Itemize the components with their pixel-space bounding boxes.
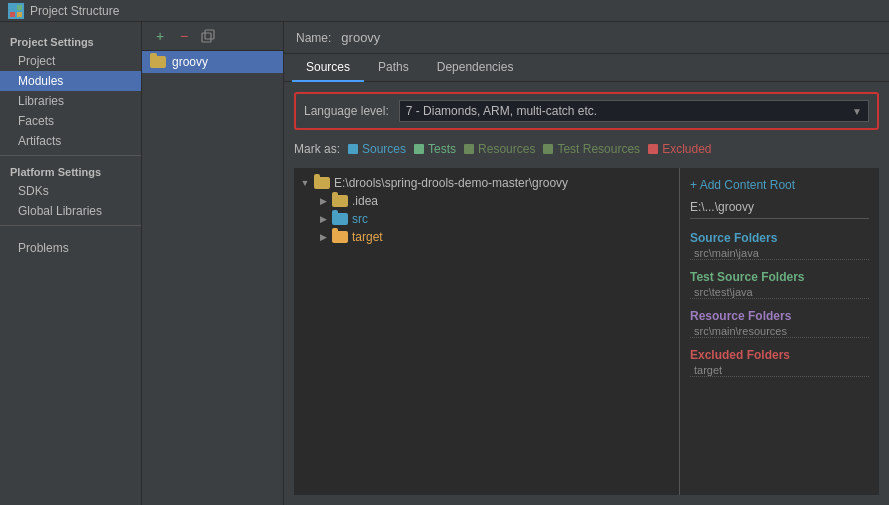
module-list: groovy bbox=[142, 51, 283, 505]
tree-children: .idea src target bbox=[294, 192, 679, 246]
language-level-select[interactable]: 7 - Diamonds, ARM, multi-catch etc. ▼ bbox=[399, 100, 869, 122]
title-bar: Project Structure bbox=[0, 0, 889, 22]
language-level-row: Language level: 7 - Diamonds, ARM, multi… bbox=[294, 92, 879, 130]
tree-node-target[interactable]: target bbox=[312, 228, 679, 246]
sidebar: Project Settings Project Modules Librari… bbox=[0, 22, 142, 266]
resource-folders-item-0: src\main\resources bbox=[690, 325, 869, 338]
resources-dot bbox=[464, 144, 474, 154]
module-name: groovy bbox=[172, 55, 208, 69]
sidebar-item-sdks[interactable]: SDKs bbox=[0, 181, 141, 201]
module-toolbar: + − bbox=[142, 22, 283, 51]
module-folder-icon bbox=[150, 56, 166, 68]
tab-sources[interactable]: Sources bbox=[292, 54, 364, 82]
tree-root-folder-icon bbox=[314, 177, 330, 189]
svg-rect-0 bbox=[10, 5, 15, 10]
test-resources-dot bbox=[543, 144, 553, 154]
project-settings-label: Project Settings bbox=[0, 30, 141, 51]
copy-module-button[interactable] bbox=[198, 26, 218, 46]
svg-rect-5 bbox=[202, 33, 211, 42]
tree-node-idea[interactable]: .idea bbox=[312, 192, 679, 210]
file-tree: E:\drools\spring-drools-demo-master\groo… bbox=[294, 168, 679, 495]
tests-dot bbox=[414, 144, 424, 154]
resource-folders-title: Resource Folders bbox=[690, 309, 869, 323]
tree-idea-folder-icon bbox=[332, 195, 348, 207]
tree-root-arrow bbox=[300, 178, 310, 188]
sidebar-divider bbox=[0, 155, 141, 156]
sidebar-item-project[interactable]: Project bbox=[0, 51, 141, 71]
name-row: Name: groovy bbox=[284, 22, 889, 54]
mark-resources-button[interactable]: Resources bbox=[464, 142, 535, 156]
app-icon bbox=[8, 3, 24, 19]
bottom-split: E:\drools\spring-drools-demo-master\groo… bbox=[294, 168, 879, 495]
select-arrow-icon: ▼ bbox=[852, 106, 862, 117]
main-container: Project Settings Project Modules Librari… bbox=[0, 22, 889, 505]
sidebar-item-facets[interactable]: Facets bbox=[0, 111, 141, 131]
tree-src-label: src bbox=[352, 212, 368, 226]
language-level-label: Language level: bbox=[304, 104, 389, 118]
tab-dependencies[interactable]: Dependencies bbox=[423, 54, 528, 82]
tree-target-arrow bbox=[318, 232, 328, 242]
mark-sources-button[interactable]: Sources bbox=[348, 142, 406, 156]
mark-as-label: Mark as: bbox=[294, 142, 340, 156]
remove-module-button[interactable]: − bbox=[174, 26, 194, 46]
source-folders-item-0: src\main\java bbox=[690, 247, 869, 260]
test-source-folders-section: Test Source Folders src\test\java bbox=[690, 270, 869, 299]
sidebar-item-artifacts[interactable]: Artifacts bbox=[0, 131, 141, 151]
add-module-button[interactable]: + bbox=[150, 26, 170, 46]
sidebar-item-libraries[interactable]: Libraries bbox=[0, 91, 141, 111]
svg-rect-3 bbox=[17, 12, 22, 17]
module-list-item[interactable]: groovy bbox=[142, 51, 283, 73]
content-area: Language level: 7 - Diamonds, ARM, multi… bbox=[284, 82, 889, 505]
tree-target-label: target bbox=[352, 230, 383, 244]
excluded-folders-item-0: target bbox=[690, 364, 869, 377]
tree-src-arrow bbox=[318, 214, 328, 224]
right-panel: Name: groovy Sources Paths Dependencies … bbox=[284, 22, 889, 505]
source-folders-section: Source Folders src\main\java bbox=[690, 231, 869, 260]
mark-test-resources-button[interactable]: Test Resources bbox=[543, 142, 640, 156]
sidebar-item-problems[interactable]: Problems bbox=[0, 238, 141, 258]
tree-idea-label: .idea bbox=[352, 194, 378, 208]
sidebar-item-global-libraries[interactable]: Global Libraries bbox=[0, 201, 141, 221]
info-panel: + Add Content Root E:\...\groovy Source … bbox=[679, 168, 879, 495]
tree-target-folder-icon bbox=[332, 231, 348, 243]
tree-idea-arrow bbox=[318, 196, 328, 206]
tree-src-folder-icon bbox=[332, 213, 348, 225]
sources-dot bbox=[348, 144, 358, 154]
svg-rect-1 bbox=[17, 5, 22, 10]
name-label: Name: bbox=[296, 31, 331, 45]
app-title: Project Structure bbox=[30, 4, 119, 18]
svg-rect-4 bbox=[205, 30, 214, 39]
source-folders-title: Source Folders bbox=[690, 231, 869, 245]
sidebar-divider-2 bbox=[0, 225, 141, 226]
tree-root-label: E:\drools\spring-drools-demo-master\groo… bbox=[334, 176, 568, 190]
tree-node-src[interactable]: src bbox=[312, 210, 679, 228]
platform-settings-label: Platform Settings bbox=[0, 160, 141, 181]
resource-folders-section: Resource Folders src\main\resources bbox=[690, 309, 869, 338]
name-value: groovy bbox=[341, 30, 380, 45]
mark-as-row: Mark as: Sources Tests Resources Test Re… bbox=[294, 140, 879, 158]
info-root-path: E:\...\groovy bbox=[690, 200, 869, 219]
mark-excluded-button[interactable]: Excluded bbox=[648, 142, 711, 156]
add-content-root-button[interactable]: + Add Content Root bbox=[690, 176, 869, 194]
test-source-folders-item-0: src\test\java bbox=[690, 286, 869, 299]
test-source-folders-title: Test Source Folders bbox=[690, 270, 869, 284]
excluded-folders-title: Excluded Folders bbox=[690, 348, 869, 362]
tree-root-node[interactable]: E:\drools\spring-drools-demo-master\groo… bbox=[294, 174, 679, 192]
excluded-dot bbox=[648, 144, 658, 154]
tab-paths[interactable]: Paths bbox=[364, 54, 423, 82]
language-level-value: 7 - Diamonds, ARM, multi-catch etc. bbox=[406, 104, 597, 118]
excluded-folders-section: Excluded Folders target bbox=[690, 348, 869, 377]
sidebar-item-modules[interactable]: Modules bbox=[0, 71, 141, 91]
module-list-panel: + − groovy bbox=[142, 22, 284, 505]
tabs: Sources Paths Dependencies bbox=[284, 54, 889, 82]
svg-rect-2 bbox=[10, 12, 15, 17]
mark-tests-button[interactable]: Tests bbox=[414, 142, 456, 156]
left-module-area: Project Settings Project Modules Librari… bbox=[0, 22, 142, 505]
